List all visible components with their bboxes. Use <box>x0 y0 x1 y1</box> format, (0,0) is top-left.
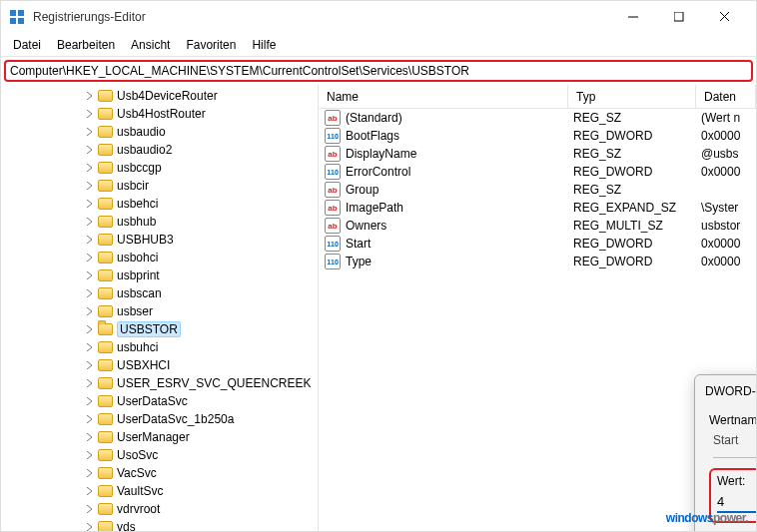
value-name: Group <box>346 183 573 197</box>
tree-item-label: Usb4DeviceRouter <box>117 89 218 103</box>
tree-item[interactable]: VaultSvc <box>1 482 318 500</box>
chevron-right-icon <box>85 235 95 245</box>
folder-icon <box>98 252 113 264</box>
folder-icon <box>98 359 113 371</box>
value-data: @usbs <box>701 147 756 161</box>
tree-item[interactable]: usbccgp <box>1 159 318 177</box>
binary-value-icon: 110 <box>325 164 341 180</box>
menu-edit[interactable]: Bearbeiten <box>49 36 123 54</box>
tree-item[interactable]: USER_ESRV_SVC_QUEENCREEK <box>1 374 318 392</box>
tree-item[interactable]: usbscan <box>1 284 318 302</box>
list-header: Name Typ Daten <box>319 85 756 109</box>
window-title: Registrierungs-Editor <box>33 10 610 24</box>
tree-item[interactable]: usbhub <box>1 213 318 231</box>
tree-item-label: vds <box>117 520 136 531</box>
svg-rect-1 <box>18 10 24 16</box>
tree-item[interactable]: UserDataSvc <box>1 392 318 410</box>
tree-item-label: usbehci <box>117 197 158 211</box>
tree-item[interactable]: usbser <box>1 302 318 320</box>
list-row[interactable]: 110BootFlagsREG_DWORD0x0000 <box>319 127 756 145</box>
list-row[interactable]: abDisplayNameREG_SZ@usbs <box>319 145 756 163</box>
tree-item[interactable]: USBHUB3 <box>1 231 318 249</box>
maximize-button[interactable] <box>656 1 702 33</box>
tree-item[interactable]: usbohci <box>1 249 318 266</box>
chevron-right-icon <box>85 432 95 442</box>
tree-item[interactable]: VacSvc <box>1 464 318 482</box>
close-button[interactable] <box>702 1 748 33</box>
folder-icon <box>98 162 113 174</box>
chevron-right-icon <box>85 396 95 406</box>
folder-icon <box>98 144 113 156</box>
window-titlebar: Registrierungs-Editor <box>1 1 756 33</box>
value-data-label: Wert: <box>717 474 756 488</box>
menu-view[interactable]: Ansicht <box>123 36 178 54</box>
value-name-field: Start <box>713 431 756 458</box>
string-value-icon: ab <box>325 110 341 126</box>
list-row[interactable]: 110ErrorControlREG_DWORD0x0000 <box>319 163 756 181</box>
col-header-name[interactable]: Name <box>319 85 568 108</box>
list-row[interactable]: abImagePathREG_EXPAND_SZ\Syster <box>319 199 756 217</box>
tree-item[interactable]: usbcir <box>1 177 318 195</box>
folder-icon <box>98 521 113 531</box>
col-header-data[interactable]: Daten <box>696 85 756 108</box>
menu-help[interactable]: Hilfe <box>244 36 284 54</box>
list-row[interactable]: abGroupREG_SZ <box>319 181 756 199</box>
binary-value-icon: 110 <box>325 254 341 269</box>
minimize-button[interactable] <box>610 1 656 33</box>
menu-file[interactable]: Datei <box>5 36 49 54</box>
list-row[interactable]: 110StartREG_DWORD0x0000 <box>319 235 756 253</box>
tree-item[interactable]: Usb4DeviceRouter <box>1 87 318 105</box>
tree-item[interactable]: Usb4HostRouter <box>1 105 318 123</box>
tree-item[interactable]: usbaudio2 <box>1 141 318 159</box>
value-list: Name Typ Daten ab(Standard)REG_SZ(Wert n… <box>319 85 756 531</box>
value-name: DisplayName <box>346 147 573 161</box>
folder-icon <box>98 180 113 192</box>
menu-bar: Datei Bearbeiten Ansicht Favoriten Hilfe <box>1 33 756 57</box>
tree-item-label: UsoSvc <box>117 448 158 462</box>
list-row[interactable]: 110TypeREG_DWORD0x0000 <box>319 253 756 270</box>
value-name-label: Wertname: <box>709 413 756 427</box>
menu-favorites[interactable]: Favoriten <box>178 36 244 54</box>
chevron-right-icon <box>85 181 95 191</box>
col-header-type[interactable]: Typ <box>568 85 696 108</box>
folder-icon <box>98 503 113 515</box>
tree-item[interactable]: vds <box>1 518 318 531</box>
string-value-icon: ab <box>325 146 341 162</box>
tree-item[interactable]: usbehci <box>1 195 318 213</box>
value-name: Type <box>346 255 573 268</box>
tree-item[interactable]: usbuhci <box>1 338 318 356</box>
chevron-right-icon <box>85 342 95 352</box>
tree-item[interactable]: UsoSvc <box>1 446 318 464</box>
tree-item-label: usbcir <box>117 179 149 193</box>
list-row[interactable]: ab(Standard)REG_SZ(Wert n <box>319 109 756 127</box>
svg-rect-2 <box>10 18 16 24</box>
tree-item[interactable]: usbprint <box>1 266 318 284</box>
tree-item-label: Usb4HostRouter <box>117 107 206 121</box>
folder-icon <box>98 485 113 497</box>
value-type: REG_DWORD <box>573 255 701 268</box>
folder-icon <box>98 269 113 281</box>
tree-item[interactable]: usbaudio <box>1 123 318 141</box>
chevron-right-icon <box>85 468 95 478</box>
value-type: REG_EXPAND_SZ <box>573 201 701 215</box>
list-row[interactable]: abOwnersREG_MULTI_SZusbstor <box>319 217 756 235</box>
value-type: REG_DWORD <box>573 129 701 143</box>
tree-item[interactable]: USBXHCI <box>1 356 318 374</box>
folder-icon <box>98 323 113 335</box>
value-data: 0x0000 <box>701 165 756 179</box>
address-input[interactable]: Computer\HKEY_LOCAL_MACHINE\SYSTEM\Curre… <box>4 60 753 82</box>
tree-item-label: VacSvc <box>117 466 157 480</box>
chevron-right-icon <box>85 450 95 460</box>
tree-item[interactable]: UserDataSvc_1b250a <box>1 410 318 428</box>
folder-icon <box>98 126 113 138</box>
folder-icon <box>98 449 113 461</box>
tree-item[interactable]: vdrvroot <box>1 500 318 518</box>
tree-item[interactable]: UserManager <box>1 428 318 446</box>
tree-item-label: UserDataSvc_1b250a <box>117 412 234 426</box>
chevron-right-icon <box>85 163 95 173</box>
regedit-app-icon <box>9 9 25 25</box>
registry-tree[interactable]: Usb4DeviceRouterUsb4HostRouterusbaudious… <box>1 85 319 531</box>
folder-icon <box>98 90 113 102</box>
tree-item[interactable]: USBSTOR <box>1 320 318 338</box>
folder-icon <box>98 395 113 407</box>
